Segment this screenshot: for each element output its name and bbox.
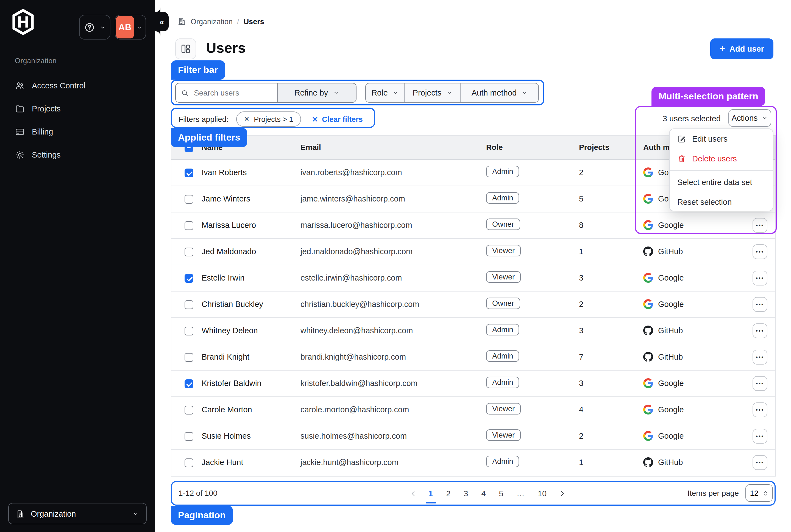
user-name: Jame Winters	[202, 194, 250, 203]
filters-applied-label: Filters applied:	[179, 115, 228, 124]
projects-count: 2	[579, 432, 583, 440]
folder-icon	[15, 104, 25, 114]
role-cell: Admin	[486, 456, 519, 467]
items-per-page-stepper[interactable]: 12	[746, 484, 773, 502]
row-checkbox[interactable]	[185, 327, 194, 336]
users-page: AB Organization Access ControlProjectsBi…	[0, 0, 791, 532]
avatar: AB	[116, 16, 134, 38]
sidebar-item-label: Projects	[32, 104, 61, 113]
annotation-filter-bar: Filter bar	[171, 60, 225, 80]
table-row: Christian Buckleychristian.buckley@hashi…	[171, 291, 775, 318]
user-email: whitney.deleon@hashicorp.com	[300, 326, 413, 335]
user-email: brandi.knight@hashicorp.com	[300, 353, 406, 361]
row-actions-button[interactable]: •••	[753, 376, 767, 391]
menu-divider	[669, 170, 773, 171]
page-2[interactable]: 2	[441, 481, 455, 506]
previous-page-button[interactable]	[406, 481, 420, 506]
row-checkbox[interactable]	[185, 379, 194, 388]
google-icon	[643, 220, 653, 230]
role-badge: Admin	[486, 324, 519, 336]
org-switcher-label: Organization	[31, 509, 76, 518]
row-actions-button[interactable]: •••	[753, 218, 767, 233]
actions-menu: Edit usersDelete usersSelect entire data…	[669, 129, 773, 211]
google-icon	[643, 299, 653, 309]
column-header-role: Role	[486, 143, 503, 152]
org-switcher[interactable]: Organization	[8, 503, 147, 524]
filter-dropdown-role[interactable]: Role	[366, 83, 404, 102]
role-cell: Admin	[486, 166, 519, 177]
row-checkbox[interactable]	[185, 458, 194, 467]
sidebar-item-label: Settings	[32, 150, 61, 159]
refine-by-button[interactable]: Refine by	[277, 83, 356, 103]
auth-method: GitHub	[643, 247, 683, 256]
clear-filters-button[interactable]: ✕ Clear filters	[309, 114, 366, 124]
help-menu-button[interactable]	[79, 15, 110, 40]
row-actions-button[interactable]: •••	[753, 455, 767, 470]
row-checkbox[interactable]	[185, 248, 194, 256]
sidebar-collapse-button[interactable]: «	[155, 12, 169, 31]
row-checkbox[interactable]	[185, 300, 194, 309]
row-actions-button[interactable]: •••	[753, 323, 767, 338]
building-icon	[178, 17, 186, 26]
projects-count: 2	[579, 300, 583, 308]
menu-item-reset-selection[interactable]: Reset selection	[669, 192, 773, 212]
auth-method: GitHub	[643, 352, 683, 362]
page-3[interactable]: 3	[459, 481, 473, 506]
user-name: Kristofer Baldwin	[202, 379, 261, 387]
filter-dropdown-projects[interactable]: Projects	[404, 83, 460, 102]
row-checkbox[interactable]	[185, 195, 194, 204]
row-checkbox[interactable]	[185, 274, 194, 283]
role-badge: Owner	[486, 298, 520, 309]
github-icon	[643, 247, 653, 256]
row-checkbox[interactable]	[185, 353, 194, 362]
row-actions-button[interactable]: •••	[753, 297, 767, 312]
row-actions-button[interactable]: •••	[753, 244, 767, 259]
menu-item-delete-users[interactable]: Delete users	[669, 149, 773, 169]
user-name: Brandi Knight	[202, 353, 250, 361]
sidebar-item-settings[interactable]: Settings	[0, 143, 155, 166]
add-user-button[interactable]: + Add user	[710, 38, 773, 59]
user-name: Estelle Irwin	[202, 273, 244, 282]
role-badge: Admin	[486, 456, 519, 467]
auth-method: GitHub	[643, 457, 683, 467]
google-icon	[643, 405, 653, 415]
sidebar-item-projects[interactable]: Projects	[0, 97, 155, 120]
actions-button[interactable]: Actions	[729, 109, 771, 127]
page-10[interactable]: 10	[533, 481, 552, 506]
row-actions-button[interactable]: •••	[753, 402, 767, 417]
filter-chip-projects[interactable]: ✕ Projects > 1	[236, 111, 301, 127]
filter-bar: Refine by RoleProjectsAuth method	[175, 83, 539, 103]
page-4[interactable]: 4	[476, 481, 491, 506]
role-cell: Viewer	[486, 429, 521, 441]
sidebar-item-access-control[interactable]: Access Control	[0, 74, 155, 97]
sidebar-notch-fillet	[155, 31, 160, 37]
search-input[interactable]	[193, 88, 264, 98]
row-actions-button[interactable]: •••	[753, 429, 767, 443]
sidebar-notch-fillet	[155, 6, 160, 12]
row-checkbox[interactable]	[185, 406, 194, 415]
next-page-button[interactable]	[555, 481, 569, 506]
menu-item-select-entire-data-set[interactable]: Select entire data set	[669, 172, 773, 192]
role-badge: Admin	[486, 192, 519, 204]
table-row: Marissa Luceromarissa.lucero@hashicorp.c…	[171, 212, 775, 239]
account-menu-button[interactable]: AB	[115, 15, 146, 40]
row-checkbox[interactable]	[185, 221, 194, 230]
breadcrumb-organization[interactable]: Organization	[190, 17, 233, 25]
google-icon	[643, 431, 653, 441]
filter-dropdown-auth-method[interactable]: Auth method	[460, 83, 538, 102]
sidebar-item-billing[interactable]: Billing	[0, 120, 155, 143]
role-badge: Viewer	[486, 271, 521, 283]
user-email: susie.holmes@hashicorp.com	[300, 432, 407, 440]
role-badge: Admin	[486, 377, 519, 388]
page-1[interactable]: 1	[424, 481, 438, 506]
hashicorp-logo	[11, 9, 35, 35]
menu-item-edit-users[interactable]: Edit users	[669, 129, 773, 149]
row-actions-button[interactable]: •••	[753, 350, 767, 364]
row-actions-button[interactable]: •••	[753, 271, 767, 285]
row-checkbox[interactable]	[185, 169, 194, 177]
page-5[interactable]: 5	[494, 481, 509, 506]
page-layout-button[interactable]	[175, 38, 196, 59]
projects-count: 3	[579, 273, 583, 282]
chevron-down-icon	[132, 510, 139, 517]
row-checkbox[interactable]	[185, 432, 194, 441]
